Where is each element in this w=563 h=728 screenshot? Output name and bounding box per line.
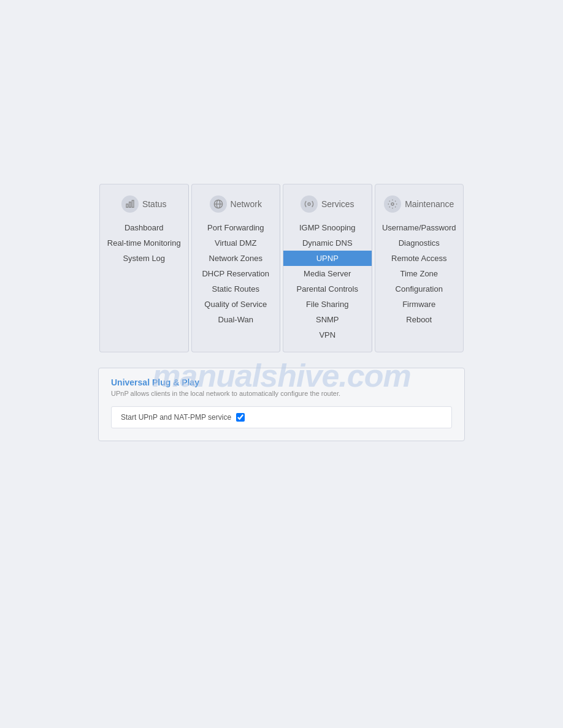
nav-item-port-forwarding[interactable]: Port Forwarding (192, 220, 280, 235)
nav-header-network: Network (192, 191, 280, 220)
upnp-checkbox[interactable] (236, 413, 245, 422)
page-wrapper: StatusDashboardReal-time MonitoringSyste… (0, 0, 563, 728)
nav-header-maintenance: Maintenance (375, 191, 464, 220)
nav-item-firmware[interactable]: Firmware (375, 297, 464, 312)
nav-container: StatusDashboardReal-time MonitoringSyste… (98, 184, 465, 352)
status-icon (121, 195, 139, 213)
nav-item-configuration[interactable]: Configuration (375, 281, 464, 297)
nav-item-realtime-monitoring[interactable]: Real-time Monitoring (100, 235, 188, 251)
nav-column-network: NetworkPort ForwardingVirtual DMZNetwork… (191, 184, 281, 352)
nav-header-label-maintenance: Maintenance (405, 199, 454, 209)
svg-rect-2 (132, 200, 134, 207)
content-title: Universal Plug & Play (111, 377, 452, 387)
nav-header-label-services: Services (321, 199, 354, 209)
svg-point-6 (308, 203, 310, 205)
nav-item-snmp[interactable]: SNMP (283, 312, 372, 327)
nav-header-status: Status (100, 191, 188, 220)
services-icon (301, 195, 318, 213)
nav-item-quality-of-service[interactable]: Quality of Service (192, 297, 280, 312)
checkbox-label: Start UPnP and NAT-PMP service (121, 413, 231, 422)
svg-rect-1 (129, 202, 131, 208)
nav-item-dynamic-dns[interactable]: Dynamic DNS (283, 235, 372, 251)
nav-item-network-zones[interactable]: Network Zones (192, 251, 280, 266)
nav-item-diagnostics[interactable]: Diagnostics (375, 235, 464, 251)
nav-item-dual-wan[interactable]: Dual-Wan (192, 312, 280, 327)
nav-item-static-routes[interactable]: Static Routes (192, 281, 280, 297)
nav-item-time-zone[interactable]: Time Zone (375, 266, 464, 281)
nav-column-status: StatusDashboardReal-time MonitoringSyste… (99, 184, 189, 352)
nav-item-file-sharing[interactable]: File Sharing (283, 297, 372, 312)
nav-column-services: ServicesIGMP SnoopingDynamic DNSUPNPMedi… (283, 184, 372, 352)
nav-item-virtual-dmz[interactable]: Virtual DMZ (192, 235, 280, 251)
network-icon (210, 195, 227, 213)
nav-header-label-network: Network (231, 199, 262, 209)
nav-item-dashboard[interactable]: Dashboard (100, 220, 188, 235)
nav-item-system-log[interactable]: System Log (100, 251, 188, 266)
svg-point-7 (391, 203, 394, 205)
nav-item-igmp-snooping[interactable]: IGMP Snooping (283, 220, 372, 235)
nav-item-dhcp-reservation[interactable]: DHCP Reservation (192, 266, 280, 281)
nav-item-remote-access[interactable]: Remote Access (375, 251, 464, 266)
nav-header-services: Services (283, 191, 372, 220)
svg-rect-0 (126, 204, 128, 207)
nav-column-maintenance: MaintenanceUsername/PasswordDiagnosticsR… (375, 184, 464, 352)
nav-header-label-status: Status (142, 199, 167, 209)
content-subtitle: UPnP allows clients in the local network… (111, 390, 452, 397)
nav-item-upnp[interactable]: UPNP (283, 251, 372, 266)
maintenance-icon (384, 195, 401, 213)
nav-item-username-password[interactable]: Username/Password (375, 220, 464, 235)
nav-item-media-server[interactable]: Media Server (283, 266, 372, 281)
nav-item-parental-controls[interactable]: Parental Controls (283, 281, 372, 297)
nav-item-reboot[interactable]: Reboot (375, 312, 464, 327)
nav-item-vpn[interactable]: VPN (283, 327, 372, 343)
content-area: Universal Plug & Play UPnP allows client… (98, 368, 465, 441)
content-row: Start UPnP and NAT-PMP service (111, 406, 452, 428)
